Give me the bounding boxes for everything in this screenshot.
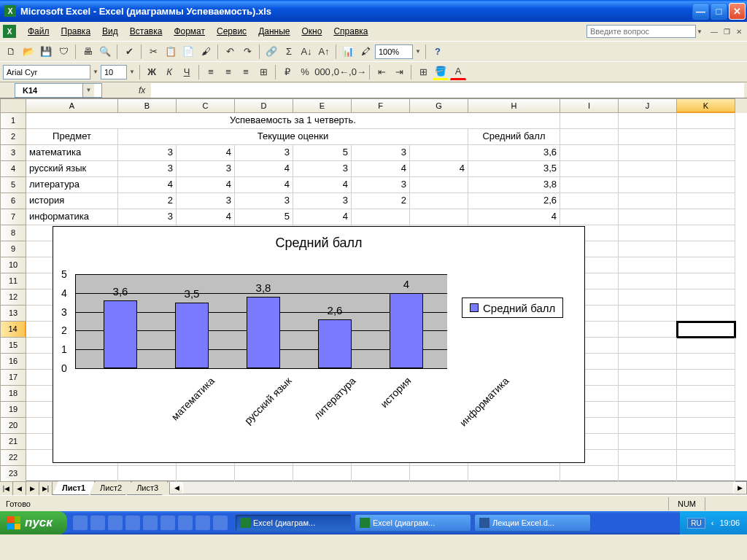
cell-H6[interactable]: 2,6	[468, 193, 560, 209]
cell-E4[interactable]: 3	[293, 161, 352, 177]
increase-indent-icon[interactable]: ⇥	[391, 64, 407, 80]
cell-J17[interactable]	[619, 370, 677, 386]
ql-icon-1[interactable]	[73, 516, 88, 530]
cell-B23[interactable]	[118, 466, 177, 482]
sheet-tab-2[interactable]: Лист2	[90, 481, 131, 495]
cell-K9[interactable]	[677, 241, 735, 257]
cell-K19[interactable]	[677, 402, 735, 418]
cell-F3[interactable]: 3	[352, 145, 410, 161]
cell-I3[interactable]	[560, 145, 619, 161]
tab-last-icon[interactable]: ▶|	[39, 481, 53, 495]
cell-A3[interactable]: математика	[26, 145, 118, 161]
cell-A4[interactable]: русский язык	[26, 161, 118, 177]
cells-area[interactable]: Успеваемость за 1 четверть.ПредметТекущи…	[26, 113, 747, 482]
cell-C6[interactable]: 3	[177, 193, 235, 209]
cell-J19[interactable]	[619, 402, 677, 418]
bold-icon[interactable]: Ж	[144, 64, 160, 80]
zoom-box[interactable]: 100%	[375, 44, 413, 59]
cell-J8[interactable]	[619, 225, 677, 241]
ql-icon-3[interactable]	[108, 516, 123, 530]
ql-icon-7[interactable]	[178, 516, 193, 530]
cell-D3[interactable]: 3	[235, 145, 293, 161]
cell-B7[interactable]: 3	[118, 209, 177, 225]
row-header-7[interactable]: 7	[0, 209, 26, 225]
menu-insert[interactable]: Вставка	[124, 24, 169, 39]
cell-J3[interactable]	[619, 145, 677, 161]
cell-F5[interactable]: 3	[352, 177, 410, 193]
cell-K21[interactable]	[677, 434, 735, 450]
cell-J22[interactable]	[619, 450, 677, 466]
cell-J5[interactable]	[619, 177, 677, 193]
menu-data[interactable]: Данные	[252, 24, 295, 39]
tab-next-icon[interactable]: ▶	[26, 481, 39, 495]
cell-D7[interactable]: 5	[235, 209, 293, 225]
borders-icon[interactable]: ⊞	[415, 64, 431, 80]
undo-icon[interactable]: ↶	[222, 44, 238, 60]
cell-C5[interactable]: 4	[177, 177, 235, 193]
sort-desc-icon[interactable]: A↑	[316, 44, 332, 60]
ql-icon-8[interactable]	[196, 516, 210, 530]
chart-wizard-icon[interactable]: 📊	[340, 44, 356, 60]
cell-C3[interactable]: 4	[177, 145, 235, 161]
embedded-chart[interactable]: Средний балл 0123453,63,53,82,64 математ…	[53, 226, 585, 463]
cell-G7[interactable]	[410, 209, 468, 225]
row-header-20[interactable]: 20	[0, 418, 26, 434]
cell-J6[interactable]	[619, 193, 677, 209]
taskbar-app-2[interactable]: Excel (диаграм...	[355, 514, 471, 532]
cell-D5[interactable]: 4	[235, 177, 293, 193]
col-header-J[interactable]: J	[619, 98, 677, 113]
cell-B6[interactable]: 2	[118, 193, 177, 209]
comma-icon[interactable]: 000	[314, 64, 330, 80]
row-header-11[interactable]: 11	[0, 273, 26, 289]
cell-G3[interactable]	[410, 145, 468, 161]
cell-J14[interactable]	[619, 322, 677, 338]
col-header-D[interactable]: D	[235, 98, 293, 113]
tab-prev-icon[interactable]: ◀	[13, 481, 26, 495]
cell-J18[interactable]	[619, 386, 677, 402]
cell-G6[interactable]	[410, 193, 468, 209]
taskbar-app-3[interactable]: Лекции Excel.d...	[474, 514, 591, 532]
cell-K6[interactable]	[677, 193, 735, 209]
cell-D4[interactable]: 4	[235, 161, 293, 177]
cell-K20[interactable]	[677, 418, 735, 434]
name-box-dropdown-icon[interactable]: ▼	[82, 84, 94, 97]
cell-J20[interactable]	[619, 418, 677, 434]
font-name-box[interactable]: Arial Cyr	[3, 65, 90, 79]
cell-E6[interactable]: 3	[293, 193, 352, 209]
col-header-G[interactable]: G	[410, 98, 468, 113]
cell-E23[interactable]	[293, 466, 352, 482]
row-header-10[interactable]: 10	[0, 257, 26, 273]
close-button[interactable]: ✕	[729, 3, 746, 20]
cell-A7[interactable]: информатика	[26, 209, 118, 225]
ask-question-box[interactable]	[587, 25, 696, 38]
cell-B5[interactable]: 4	[118, 177, 177, 193]
drawing-icon[interactable]: 🖍	[357, 44, 374, 60]
cell-K3[interactable]	[677, 145, 735, 161]
cell-A23[interactable]	[26, 466, 118, 482]
cell-E7[interactable]: 4	[293, 209, 352, 225]
cell-I5[interactable]	[560, 177, 619, 193]
tray-chevron-icon[interactable]: ‹	[711, 518, 714, 527]
col-header-E[interactable]: E	[293, 98, 352, 113]
currency-icon[interactable]: ₽	[279, 64, 295, 80]
scroll-left-icon[interactable]: ◀	[170, 482, 183, 494]
doc-restore-button[interactable]: ❐	[721, 26, 732, 36]
cell-G5[interactable]	[410, 177, 468, 193]
merge-center-icon[interactable]: ⊞	[255, 64, 271, 80]
cell-K16[interactable]	[677, 354, 735, 370]
col-header-I[interactable]: I	[560, 98, 619, 113]
cell-F6[interactable]: 2	[352, 193, 410, 209]
cell-J9[interactable]	[619, 241, 677, 257]
row-header-5[interactable]: 5	[0, 177, 26, 193]
cell-H7[interactable]: 4	[468, 209, 560, 225]
paste-icon[interactable]: 📄	[180, 44, 196, 60]
tab-first-icon[interactable]: |◀	[0, 481, 13, 495]
cell-K22[interactable]	[677, 450, 735, 466]
cell-D23[interactable]	[235, 466, 293, 482]
cell-D6[interactable]: 3	[235, 193, 293, 209]
spell-check-icon[interactable]: ✔	[121, 44, 137, 60]
percent-icon[interactable]: %	[297, 64, 313, 80]
cell-H5[interactable]: 3,8	[468, 177, 560, 193]
cell-H4[interactable]: 3,5	[468, 161, 560, 177]
hyperlink-icon[interactable]: 🔗	[263, 44, 279, 60]
